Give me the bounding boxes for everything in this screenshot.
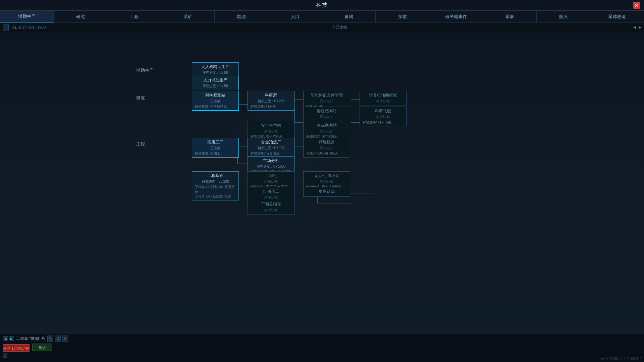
node-research-institute[interactable]: 科研所 初究进度：0 / 200 解锁建筑: 科研所 [248,91,294,111]
node-engineering-foundation[interactable]: 工程基础 研究进度：0 / 100 工程车 获得新技能: 坚固堡垒工程车 获得新… [192,171,239,200]
title-bar: 科技 ✕ [0,0,644,11]
node-title: 合金冶炼厂 [251,139,291,145]
node-sub: 初究进度：0 / 130 [251,146,291,150]
node-sub: 尚未认知 [306,115,347,119]
node-title: 人力辅助生产 [195,77,236,83]
node-advanced-machine[interactable]: 精炼机器 尚未认知 合生产+10%每 365天 [303,138,350,158]
close-button[interactable]: ✕ [633,2,640,9]
node-computer-aided[interactable]: 计算机辅助研究 尚未认知 [360,91,407,106]
node-sub: 尚未认知 [251,208,291,213]
node-desc: 解锁建筑: 科研所 [251,104,291,109]
tab-colony[interactable]: 殖民地事件 [429,11,483,22]
tab-mining[interactable]: 采矿 [161,11,215,22]
vehicle-thumb [3,353,7,358]
node-desc: 解锁建筑: 科学段落站 [195,104,236,109]
node-desc: 解锁建筑: 科研飞艇 [363,120,404,125]
main-area: 辅助生产 无人机辅助生产 研究进度：0 / 50 人力辅助生产 研究进度：0 /… [0,32,644,362]
sub-header: 人口积分: 501 / 1200 市已达地 ◀ ▶ [0,23,644,32]
confirm-button[interactable]: 确认 [32,344,52,351]
node-sub: 研究进度：0 / 50 [195,70,236,75]
category-auxiliary: 辅助生产 [136,67,154,73]
sub-header-progress: 人口积分: 501 / 1200 [11,25,46,30]
node-sub: 研究进度：0 / 50 [195,84,236,88]
tab-energy[interactable]: 能源 [215,11,268,22]
sub-header-nav-left[interactable]: ◀ [633,25,636,29]
node-title: 无人机 道理站 [306,173,347,179]
node-sub: 尚未认知 [306,129,347,134]
version-text: ver 0.210901.1, 0.210901.2 [600,357,641,361]
tab-aerospace[interactable]: 航天 [537,11,590,22]
tab-auxiliary[interactable]: 辅助生产 [0,11,54,22]
node-title: 智能标记文件管理 [306,93,347,98]
vehicle-icons: ✎ ↺ ✕ [47,336,68,342]
vehicle-extra [3,353,111,358]
node-desc: 工程车 获得新技能: 坚固堡垒工程车 获得新技能: 维修 [195,185,236,199]
node-title: 市场分析 [251,158,291,164]
node-more-recognition[interactable]: 更多认知 [303,187,350,197]
vehicle-icon-close[interactable]: ✕ [62,336,68,342]
vehicle-controls: 修理 1740/1740 确认 [3,343,111,352]
vehicle-arrows: ◀ ▶ [3,336,14,341]
next-vehicle-button[interactable]: ▶ [9,336,14,341]
node-sub: 研究进度：0 / 100 [195,179,236,184]
node-sub: 尚未认知 [251,129,291,134]
window-title: 科技 [316,2,328,9]
bottom-bar: ◀ ▶ 工程车 "微如" 号 ✎ ↺ ✕ 修理 1740/1740 确认 ver… [0,334,644,362]
repair-button[interactable]: 修理 1740/1740 [3,344,30,352]
vehicle-icon-1[interactable]: ✎ [47,336,53,342]
node-desc: 合生产+10%每 365天 [306,151,347,156]
connectors-svg [0,32,644,362]
node-title: 科研飞艇 [363,108,404,114]
category-engineering: 工程 [136,141,145,147]
node-unmanned-production[interactable]: 无人机辅助生产 研究进度：0 / 50 [192,62,239,77]
node-sub: 初究进度：0 / 200 [251,99,291,104]
tab-population[interactable]: 人口 [268,11,322,22]
node-title: 科学观测站 [195,93,236,98]
vehicle-name: 工程车 "微如" 号 [16,336,45,342]
node-research-aircraft[interactable]: 科研飞艇 尚未认知 解锁建筑: 科研飞艇 [360,107,407,126]
tab-military[interactable]: 军事 [483,11,537,22]
node-title: 无人机辅助生产 [195,64,236,70]
node-sub: 尚未认知 [251,179,291,184]
node-title: 深沉勘测站 [306,123,347,128]
node-sub: 尚未认知 [306,179,347,184]
node-title: 远程感测站 [306,108,347,114]
sub-header-icon [3,24,9,31]
node-title: 民用工厂 [195,139,236,145]
vehicle-title-row: ◀ ▶ 工程车 "微如" 号 ✎ ↺ ✕ [3,336,111,342]
tab-engineering[interactable]: 工程 [107,11,161,22]
node-title: 精炼机器 [306,139,347,145]
node-sub: 研究进度：0 / 1000 [251,164,291,169]
node-sub: 尚未认知 [251,195,291,200]
node-alloy-factory[interactable]: 合金冶炼厂 初究进度：0 / 130 解锁建筑: 合金冶炼厂 [248,138,294,158]
node-manual-production[interactable]: 人力辅助生产 研究进度：0 / 50 [192,76,239,90]
tab-bar: 辅助生产 研究 工程 采矿 能源 人口 食物 探索 殖民地事件 军事 航天 星球… [0,11,644,23]
node-sub: 已完成 [195,146,236,150]
node-vehicle-cloud[interactable]: 车辆云端化 尚未认知 [248,200,294,215]
node-civil-factory[interactable]: 民用工厂 已完成 解锁建筑: 民用工厂 [192,138,239,158]
node-observatory[interactable]: 科学观测站 已完成 解锁建筑: 科学段落站 [192,91,239,111]
sub-header-nav-right[interactable]: ▶ [639,25,641,29]
category-research: 研究 [136,95,145,101]
tab-food[interactable]: 食物 [322,11,376,22]
tab-research[interactable]: 研究 [54,11,107,22]
vehicle-section: ◀ ▶ 工程车 "微如" 号 ✎ ↺ ✕ 修理 1740/1740 确认 [0,334,114,362]
node-sub: 已完成 [195,99,236,104]
vehicle-icon-2[interactable]: ↺ [55,336,61,342]
node-sub: 尚未认知 [306,146,347,150]
sub-header-center: 市已达地 [48,25,631,30]
node-title: 工程机 [251,173,291,179]
node-desc: 解锁建筑: 合金冶炼厂 [251,151,291,156]
prev-vehicle-button[interactable]: ◀ [3,336,8,341]
node-desc: 解锁建筑: 民用工厂 [195,151,236,156]
node-title: 安全科学站 [251,123,291,128]
node-sub: 尚未认知 [306,99,347,104]
node-title: 更多认知 [306,189,347,194]
node-title: 科研所 [251,93,291,98]
node-title: 自动化工 [251,189,291,194]
node-title: 车辆云端化 [251,201,291,207]
node-sub: 尚未认知 [363,115,404,119]
node-sub: 尚未认知 [363,99,404,104]
tab-terraforming[interactable]: 星球改造 [590,11,644,22]
tab-exploration[interactable]: 探索 [376,11,429,22]
